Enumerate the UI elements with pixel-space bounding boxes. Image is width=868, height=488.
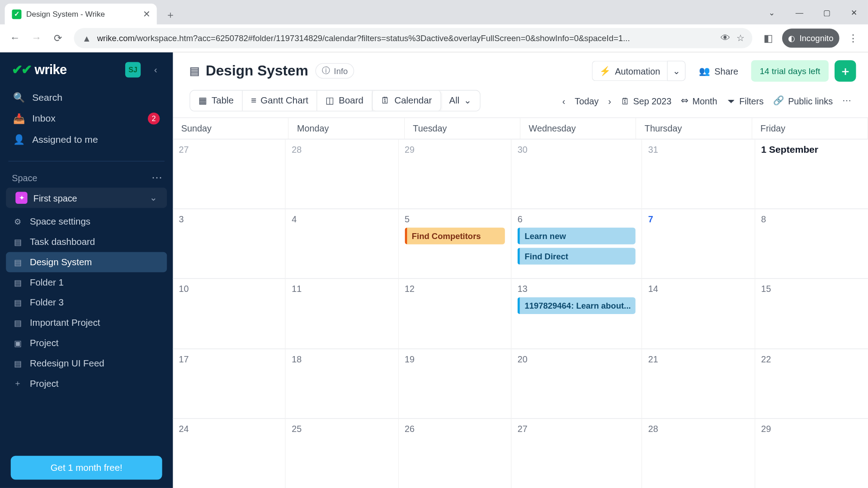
tree-item-project[interactable]: ▣Project bbox=[6, 333, 167, 353]
minimize-icon[interactable]: ― bbox=[786, 0, 813, 24]
today-button[interactable]: Today bbox=[575, 96, 599, 106]
calendar-event[interactable]: Find Competitors bbox=[405, 228, 505, 244]
calendar-event[interactable]: Find Direct bbox=[518, 248, 636, 265]
maximize-icon[interactable]: ▢ bbox=[813, 0, 841, 24]
calendar-cell[interactable]: 15 bbox=[755, 278, 868, 348]
tree-item-space-settings[interactable]: ⚙Space settings bbox=[6, 211, 167, 232]
share-button[interactable]: 👥Share bbox=[692, 61, 745, 81]
calendar-cell[interactable]: 18 bbox=[286, 348, 399, 418]
range-picker[interactable]: ⇔Month bbox=[681, 95, 717, 106]
calendar-cell[interactable]: 22 bbox=[755, 348, 868, 418]
calendar-cell[interactable]: 10 bbox=[173, 278, 286, 348]
calendar-cell[interactable]: 8 bbox=[755, 209, 868, 279]
info-button[interactable]: ⓘ Info bbox=[316, 63, 354, 79]
calendar-cell[interactable]: 28 bbox=[642, 418, 755, 488]
view-tab-gantt-chart[interactable]: ≡Gantt Chart bbox=[243, 90, 317, 111]
back-button[interactable]: ← bbox=[5, 28, 25, 48]
view-tab-table[interactable]: ▦Table bbox=[190, 90, 243, 111]
proj-icon: ▣ bbox=[13, 338, 23, 348]
close-window-icon[interactable]: ✕ bbox=[840, 0, 868, 24]
extensions-icon[interactable]: ◧ bbox=[758, 28, 778, 48]
lock-icon: ▲ bbox=[82, 33, 91, 43]
automation-menu[interactable]: ⌄ bbox=[667, 61, 686, 81]
calendar-cell[interactable]: 17 bbox=[173, 348, 286, 418]
promo-button[interactable]: Get 1 month free! bbox=[11, 456, 162, 480]
view-tab-all[interactable]: All ⌄ bbox=[441, 90, 480, 111]
calendar-cell[interactable]: 25 bbox=[286, 418, 399, 488]
address-bar[interactable]: ▲ wrike.com/workspace.htm?acc=6250782#fo… bbox=[74, 28, 753, 48]
main-panel: ▤ Design System ⓘ Info ⚡Automation ⌄ 👥Sh… bbox=[173, 52, 868, 488]
date-number: 30 bbox=[518, 144, 636, 154]
calendar-cell[interactable]: 27 bbox=[511, 418, 642, 488]
filters-button[interactable]: ⏷Filters bbox=[727, 96, 764, 106]
calendar-cell[interactable]: 31 bbox=[642, 139, 755, 209]
tree-item-redesign-ui-feed[interactable]: ▤Redesign UI Feed bbox=[6, 353, 167, 374]
folder-icon: ▤ bbox=[13, 298, 23, 307]
automation-button[interactable]: ⚡Automation bbox=[592, 61, 667, 81]
public-links-button[interactable]: 🔗Public links bbox=[773, 95, 833, 106]
date-number: 31 bbox=[648, 144, 749, 154]
space-selector[interactable]: ✦ First space ⌄ bbox=[6, 188, 167, 208]
calendar-cell[interactable]: 28 bbox=[286, 139, 399, 209]
collapse-sidebar-icon[interactable]: ‹ bbox=[146, 61, 165, 79]
tree-item-folder-1[interactable]: ▤Folder 1 bbox=[6, 272, 167, 293]
calendar-cell[interactable]: 29 bbox=[399, 139, 512, 209]
sidebar-item-assigned-to-me[interactable]: 👤Assigned to me bbox=[6, 129, 167, 150]
wrike-logo[interactable]: ✔✔ wrike bbox=[12, 62, 66, 77]
calendar-cell[interactable]: 27 bbox=[173, 139, 286, 209]
calendar-cell[interactable]: 21 bbox=[642, 348, 755, 418]
calendar-cell[interactable]: 19 bbox=[399, 348, 512, 418]
new-tab-button[interactable]: ＋ bbox=[161, 5, 179, 23]
calendar-cell[interactable]: 3 bbox=[173, 209, 286, 279]
tree-item-important-project[interactable]: ▤Important Project bbox=[6, 313, 167, 333]
calendar-cell[interactable]: 11 bbox=[286, 278, 399, 348]
date-number: 14 bbox=[648, 284, 749, 294]
table-icon: ▦ bbox=[198, 95, 208, 106]
date-number: 28 bbox=[292, 144, 392, 154]
period-picker[interactable]: 🗓Sep 2023 bbox=[621, 96, 671, 106]
browser-tab[interactable]: ✓ Design System - Wrike ✕ bbox=[5, 4, 157, 24]
calendar-cell[interactable]: 5Find Competitors bbox=[399, 209, 512, 279]
calendar-cell[interactable]: 12 bbox=[399, 278, 512, 348]
incognito-chip[interactable]: ◐Incognito bbox=[782, 28, 839, 47]
star-icon[interactable]: ☆ bbox=[736, 33, 744, 44]
more-icon[interactable]: ⋯ bbox=[151, 171, 162, 184]
view-tab-board[interactable]: ◫Board bbox=[317, 90, 373, 111]
next-period-button[interactable]: › bbox=[608, 96, 611, 106]
tree-item-design-system[interactable]: ▤Design System bbox=[6, 252, 167, 272]
calendar-event[interactable]: Learn new bbox=[518, 228, 636, 244]
sidebar-item-inbox[interactable]: 📥Inbox2 bbox=[6, 108, 167, 129]
tree-item-project[interactable]: ＋Project bbox=[6, 374, 167, 394]
reload-button[interactable]: ⟳ bbox=[47, 28, 68, 48]
prev-period-button[interactable]: ‹ bbox=[562, 96, 566, 106]
trial-badge[interactable]: 14 trial days left bbox=[751, 60, 829, 81]
calendar-cell[interactable]: 20 bbox=[511, 348, 642, 418]
menu-icon[interactable]: ⋮ bbox=[843, 28, 863, 48]
date-number: 25 bbox=[292, 423, 392, 433]
add-button[interactable]: ＋ bbox=[835, 60, 856, 81]
calendar-event[interactable]: 1197829464: Learn about... bbox=[518, 297, 636, 314]
calendar-cell[interactable]: 7 bbox=[642, 209, 755, 279]
date-number: 13 bbox=[518, 284, 636, 294]
calendar-cell[interactable]: 4 bbox=[286, 209, 399, 279]
calendar-cell[interactable]: 1 September bbox=[755, 139, 868, 209]
calendar-cell[interactable]: 29 bbox=[755, 418, 868, 488]
search-icon: 🔍 bbox=[13, 92, 24, 103]
calendar-cell[interactable]: 30 bbox=[511, 139, 642, 209]
calendar-cell[interactable]: 14 bbox=[642, 278, 755, 348]
tree-item-task-dashboard[interactable]: ▤Task dashboard bbox=[6, 232, 167, 252]
sidebar-item-search[interactable]: 🔍Search bbox=[6, 87, 167, 108]
calendar-cell[interactable]: 131197829464: Learn about... bbox=[511, 278, 642, 348]
date-number: 1 September bbox=[761, 144, 862, 155]
calendar-cell[interactable]: 24 bbox=[173, 418, 286, 488]
calendar-cell[interactable]: 6Learn newFind Direct bbox=[511, 209, 642, 279]
avatar[interactable]: SJ bbox=[125, 62, 141, 77]
eye-off-icon[interactable]: 👁 bbox=[721, 33, 730, 44]
tree-item-folder-3[interactable]: ▤Folder 3 bbox=[6, 292, 167, 313]
badge: 2 bbox=[148, 113, 160, 124]
close-icon[interactable]: ✕ bbox=[143, 9, 151, 19]
more-icon[interactable]: ⋯ bbox=[842, 95, 851, 106]
calendar-cell[interactable]: 26 bbox=[399, 418, 512, 488]
chevron-down-icon[interactable]: ⌄ bbox=[758, 0, 786, 24]
view-tab-calendar[interactable]: 🗓Calendar bbox=[373, 90, 441, 111]
